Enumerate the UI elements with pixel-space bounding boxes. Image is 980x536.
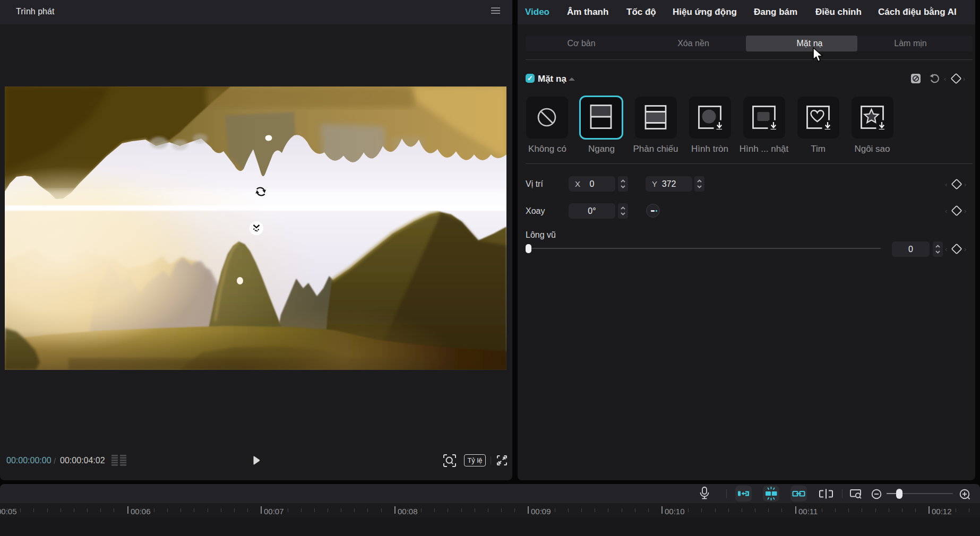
svg-text:›: › xyxy=(964,180,966,188)
svg-text:›: › xyxy=(963,75,965,83)
svg-text:‹: ‹ xyxy=(944,75,946,83)
svg-text:›: › xyxy=(964,207,966,215)
svg-text:‹: ‹ xyxy=(945,180,947,188)
svg-text:‹: ‹ xyxy=(945,207,947,215)
svg-text:›: › xyxy=(964,245,966,253)
svg-text:‹: ‹ xyxy=(945,245,947,253)
